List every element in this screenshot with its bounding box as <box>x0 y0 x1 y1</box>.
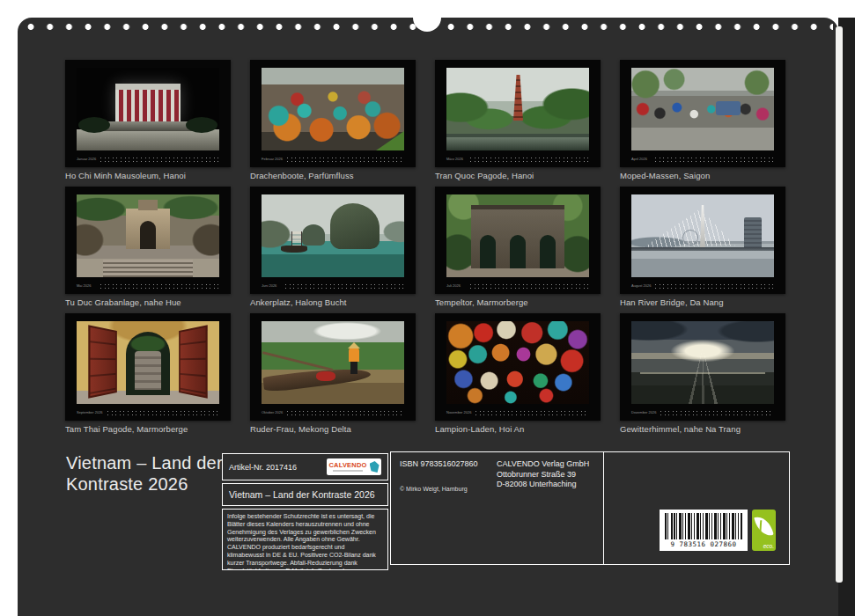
mini-calendar-strip: April 2026 <box>631 155 774 163</box>
mini-calendar-strip: Januar 2026 <box>77 155 219 163</box>
thumbnail-cell: Januar 2026 Ho Chi Minh Mausoleum, Hanoi <box>65 60 231 180</box>
day-numbers-strip <box>660 410 774 415</box>
thumbnail-caption: Tam Thai Pagode, Marmorberge <box>65 424 231 434</box>
mini-calendar-page: März 2026 <box>435 60 601 167</box>
month-label: August 2026 <box>631 284 651 288</box>
photo-lampion-laden <box>446 321 589 404</box>
mini-calendar-strip: Juli 2026 <box>446 282 589 290</box>
rower-figure <box>349 348 359 362</box>
van-shape <box>716 101 741 115</box>
mini-calendar-strip: Mai 2026 <box>77 282 219 290</box>
paper-edge <box>836 26 843 583</box>
thumbnail-cell: März 2026 Tran Quoc Pagode, Hanoi <box>435 60 601 180</box>
thumbnail-caption: Ankerplatz, Halong Bucht <box>250 297 416 307</box>
barcode-cell: 9 783516 027860 eco. <box>603 452 789 564</box>
thumbnail-caption: Tu Duc Grabanlage, nahe Hue <box>65 297 231 307</box>
day-numbers-strip <box>470 283 589 289</box>
eco-logo: eco. <box>752 510 776 551</box>
thumbnail-cell: Juli 2026 Tempeltor, Marmorberge <box>435 187 601 307</box>
conical-hat <box>348 342 360 348</box>
mini-calendar-page: Dezember 2026 <box>620 313 785 421</box>
day-numbers-strip <box>655 157 774 162</box>
mini-calendar-page: April 2026 <box>620 60 785 167</box>
oar <box>262 351 333 371</box>
thumbnail-cell: April 2026 Moped-Massen, Saigon <box>620 60 785 180</box>
copyright-label: © Mirko Weigt, Hamburg <box>400 486 484 492</box>
thumbnail-cell: November 2026 Lampion-Laden, Hoi An <box>435 313 601 434</box>
mini-calendar-strip: November 2026 <box>446 408 589 416</box>
back-title-line2: Kontraste 2026 <box>66 473 223 495</box>
thumbnail-caption: Lampion-Laden, Hoi An <box>435 424 601 434</box>
hanging-notch <box>413 4 441 32</box>
mini-calendar-strip: März 2026 <box>446 155 589 163</box>
thumbnail-caption: Tempeltor, Marmorberge <box>435 297 601 307</box>
artikel-box: Artikel-Nr. 2017416 CALVENDO <box>222 453 388 480</box>
thumbnail-caption: Ruder-Frau, Mekong Delta <box>250 424 416 434</box>
barcode-digits: 9 783516 027860 <box>660 540 748 548</box>
photo-ankerplatz-halong <box>262 194 404 277</box>
karst-rock <box>330 203 380 249</box>
photo-han-river-bridge <box>631 194 774 277</box>
day-numbers-strip <box>475 410 589 415</box>
isbn-label: ISBN 9783516027860 <box>400 459 484 468</box>
barcode: 9 783516 027860 <box>660 510 748 551</box>
thumbnail-caption: Ho Chi Minh Mausoleum, Hanoi <box>65 171 231 180</box>
day-numbers-strip <box>285 283 404 289</box>
leaf-icon <box>754 514 773 538</box>
month-label: Mai 2026 <box>77 284 96 288</box>
ferris-wheel <box>682 230 698 246</box>
mini-calendar-strip: Februar 2026 <box>262 155 404 163</box>
eco-label: eco. <box>763 543 774 549</box>
artikel-number: Artikel-Nr. 2017416 <box>229 463 297 472</box>
back-title: Vietnam – Land der Kontraste 2026 <box>66 452 223 495</box>
day-numbers-strip <box>655 283 774 289</box>
mini-calendar-page: August 2026 <box>620 187 785 294</box>
calvendo-logo: CALVENDO <box>327 458 381 475</box>
calvendo-logo-mark-icon <box>370 461 380 473</box>
photo-ruder-frau <box>262 321 404 404</box>
thumbnail-cell: Dezember 2026 Gewitterhimmel, nahe Na Tr… <box>620 313 785 434</box>
mini-calendar-page: Februar 2026 <box>250 60 416 167</box>
mini-calendar-strip: August 2026 <box>631 282 774 290</box>
pagoda-silhouette <box>135 351 161 390</box>
month-label: Februar 2026 <box>262 158 283 161</box>
photo-moped-massen <box>631 68 774 150</box>
day-numbers-strip <box>100 283 219 289</box>
mini-calendar-page: Juli 2026 <box>435 187 601 294</box>
mini-calendar-page: Oktober 2026 <box>250 313 416 421</box>
day-numbers-strip <box>470 157 589 162</box>
thumbnail-cell: Oktober 2026 Ruder-Frau, Mekong Delta <box>250 313 416 434</box>
logo-tagline <box>333 470 363 472</box>
publisher-info-cell: ISBN 9783516027860 © Mirko Weigt, Hambur… <box>391 452 603 564</box>
thumbnail-caption: Han River Bridge, Da Nang <box>620 297 785 307</box>
photo-gewitterhimmel <box>631 321 774 404</box>
thumbnail-cell: Juni 2026 Ankerplatz, Halong Bucht <box>250 187 416 307</box>
calvendo-wordmark: CALVENDO <box>328 462 366 469</box>
photo-tempeltor <box>446 194 589 277</box>
thumbnail-grid: Januar 2026 Ho Chi Minh Mausoleum, Hanoi… <box>65 60 785 434</box>
photo-ho-chi-minh-mausoleum <box>77 68 219 150</box>
photo-tu-duc-grabanlage <box>77 194 219 277</box>
sun-rays <box>631 348 774 404</box>
month-label: Oktober 2026 <box>262 411 283 414</box>
mini-calendar-strip: September 2026 <box>77 408 219 416</box>
mini-calendar-strip: Dezember 2026 <box>631 408 774 416</box>
mini-calendar-page: Mai 2026 <box>65 187 231 294</box>
product-title-box: Vietnam – Land der Kontraste 2026 <box>222 483 388 506</box>
month-label: September 2026 <box>77 411 103 414</box>
thumbnail-cell: Mai 2026 Tu Duc Grabanlage, nahe Hue <box>65 187 231 307</box>
mini-calendar-page: November 2026 <box>435 313 601 421</box>
month-label: November 2026 <box>446 411 471 414</box>
mausoleum-building <box>115 84 181 121</box>
mini-calendar-strip: Oktober 2026 <box>262 408 404 416</box>
thumbnail-cell: August 2026 Han River Bridge, Da Nang <box>620 187 785 307</box>
thumbnail-caption: Gewitterhimmel, nahe Na Trang <box>620 424 785 434</box>
day-numbers-strip <box>100 157 219 162</box>
thumbnail-caption: Drachenboote, Parfümfluss <box>250 171 416 180</box>
red-door-right <box>179 325 208 398</box>
pagoda-tower <box>513 75 523 121</box>
photo-drachenboote <box>262 68 404 150</box>
month-label: Juli 2026 <box>446 284 466 288</box>
day-numbers-strip <box>287 157 404 162</box>
thumbnail-cell: September 2026 Tam Thai Pagode, Marmorbe… <box>65 313 231 434</box>
